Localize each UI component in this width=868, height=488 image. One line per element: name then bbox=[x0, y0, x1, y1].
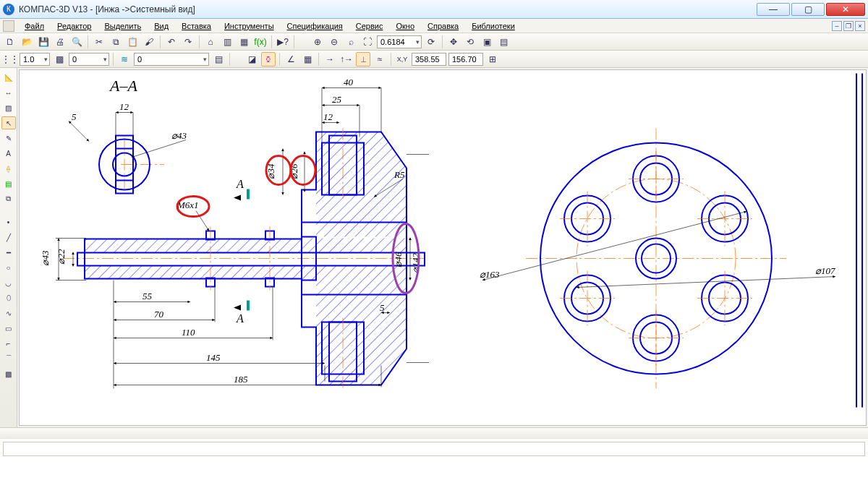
zoom-fit-button[interactable]: ⛶ bbox=[360, 35, 375, 49]
open-button[interactable]: 📂 bbox=[20, 35, 34, 49]
layer-state-icon[interactable]: ≋ bbox=[117, 52, 132, 67]
step2-combo[interactable]: 0 bbox=[69, 53, 109, 66]
mdi-minimize-button[interactable]: – bbox=[832, 21, 842, 31]
angle-snap-button[interactable]: ∠ bbox=[284, 52, 298, 67]
tool-edit-icon[interactable]: ✎ bbox=[1, 132, 16, 145]
layers-icon[interactable]: ▩ bbox=[52, 52, 67, 67]
sketch-icon[interactable]: ▥ bbox=[220, 35, 234, 49]
zoom-out-button[interactable]: ⊖ bbox=[327, 35, 341, 49]
doc-icon[interactable] bbox=[3, 20, 14, 32]
canvas-area[interactable]: А–А 12 bbox=[17, 68, 868, 427]
close-button[interactable]: ✕ bbox=[826, 3, 865, 16]
svg-rect-21 bbox=[77, 253, 425, 266]
svg-text:⌀43: ⌀43 bbox=[171, 130, 187, 141]
menu-libs[interactable]: Библиотеки bbox=[466, 21, 521, 31]
print-button[interactable]: 🖨 bbox=[53, 35, 67, 49]
layer-manager-button[interactable]: ▤ bbox=[211, 52, 226, 67]
coord-label: X,Y bbox=[395, 52, 409, 67]
views-button[interactable]: ▣ bbox=[480, 35, 494, 49]
undo-button[interactable]: ↶ bbox=[164, 35, 179, 49]
separator bbox=[442, 35, 443, 48]
refresh-button[interactable]: ⟳ bbox=[424, 35, 438, 49]
tool-measure-icon[interactable]: ⧉ bbox=[1, 192, 16, 205]
tool-hatch2-icon[interactable]: ▩ bbox=[1, 367, 16, 380]
tool-chamfer-icon[interactable]: ⌐ bbox=[1, 337, 16, 350]
tool-dimensions-icon[interactable]: ↔︎ bbox=[1, 86, 16, 99]
coord-x-input[interactable]: 358.55 bbox=[412, 53, 446, 66]
minimize-button[interactable]: — bbox=[757, 3, 790, 16]
svg-text:⌀43: ⌀43 bbox=[40, 250, 51, 266]
redo-button[interactable]: ↷ bbox=[181, 35, 195, 49]
layer-combo[interactable]: 0 bbox=[134, 53, 209, 66]
canvas-scrollbar[interactable] bbox=[0, 427, 868, 439]
tool-aux-icon[interactable]: ╱ bbox=[1, 231, 16, 244]
copy-button[interactable]: ⧉ bbox=[109, 35, 123, 49]
help-context-button[interactable]: ▶? bbox=[276, 35, 290, 49]
grid-toggle-button[interactable]: ▦ bbox=[300, 52, 315, 67]
format-painter-button[interactable]: 🖌 bbox=[142, 35, 156, 49]
new-button[interactable]: 🗋 bbox=[3, 35, 17, 49]
tool-params-icon[interactable]: ▤ bbox=[1, 177, 16, 190]
snap-magnet-button[interactable]: ⧲ bbox=[261, 52, 276, 67]
perpendicular-icon[interactable]: ⟂ bbox=[356, 52, 370, 67]
tool-rect-icon[interactable]: ▭ bbox=[1, 322, 16, 335]
menu-view[interactable]: Вид bbox=[148, 21, 174, 31]
mdi-restore-button[interactable]: ❐ bbox=[843, 21, 854, 31]
separator bbox=[199, 35, 200, 48]
menu-help[interactable]: Справка bbox=[422, 21, 464, 31]
preview-button[interactable]: 🔍 bbox=[69, 35, 84, 49]
save-button[interactable]: 💾 bbox=[36, 35, 51, 49]
tool-point-icon[interactable]: • bbox=[1, 215, 16, 228]
drawing-canvas[interactable]: А–А 12 bbox=[19, 69, 867, 426]
menu-edit[interactable]: Редактор bbox=[51, 21, 97, 31]
tool-symbols-icon[interactable]: ⟠ bbox=[1, 162, 16, 175]
svg-line-15 bbox=[69, 121, 89, 142]
variables-button[interactable]: f(x) bbox=[253, 35, 268, 49]
menu-window[interactable]: Окно bbox=[390, 21, 420, 31]
menu-tools[interactable]: Инструменты bbox=[218, 21, 280, 31]
tool-fillet-icon[interactable]: ⌒ bbox=[1, 352, 16, 365]
grid-step-icon[interactable]: ⋮⋮ bbox=[3, 52, 17, 67]
highlight-button[interactable]: ◪ bbox=[244, 52, 259, 67]
tool-geometry-icon[interactable]: 📐 bbox=[1, 71, 16, 84]
spec-button[interactable]: ▦ bbox=[237, 35, 251, 49]
separator bbox=[160, 35, 161, 48]
ortho-right-icon[interactable]: → bbox=[323, 52, 337, 67]
zoom-combo[interactable]: 0.6184 bbox=[377, 35, 422, 48]
rounding-icon[interactable]: ≈ bbox=[373, 52, 387, 67]
paste-button[interactable]: 📋 bbox=[125, 35, 140, 49]
app-icon: К bbox=[3, 4, 14, 15]
tool-arc-icon[interactable]: ◡ bbox=[1, 276, 16, 289]
tool-text-icon[interactable]: A bbox=[1, 147, 16, 160]
mdi-close-button[interactable]: × bbox=[855, 21, 865, 31]
flange-face-view: ⌀163 ⌀107 bbox=[480, 129, 835, 389]
menu-select[interactable]: Выделить bbox=[98, 21, 147, 31]
tool-ellipse-icon[interactable]: ⬯ bbox=[1, 291, 16, 304]
ortho-up-icon[interactable]: ↑→ bbox=[339, 52, 354, 67]
rotate-view-button[interactable]: ⟲ bbox=[463, 35, 477, 49]
svg-line-17 bbox=[132, 140, 186, 158]
separator bbox=[318, 53, 319, 66]
menu-service[interactable]: Сервис bbox=[350, 21, 389, 31]
properties-button[interactable]: ⌂ bbox=[203, 35, 218, 49]
menu-insert[interactable]: Вставка bbox=[176, 21, 217, 31]
move-view-button[interactable]: ✥ bbox=[446, 35, 461, 49]
tool-hatch-icon[interactable]: ▨ bbox=[1, 101, 16, 114]
coord-y-input[interactable]: 156.70 bbox=[448, 53, 483, 66]
tool-circle-icon[interactable]: ○ bbox=[1, 261, 16, 274]
zoom-window-button[interactable]: ⌕ bbox=[344, 35, 358, 49]
menu-spec[interactable]: Спецификация bbox=[281, 21, 349, 31]
maximize-button[interactable]: ▢ bbox=[791, 3, 825, 16]
tool-line-icon[interactable]: ━ bbox=[1, 246, 16, 259]
tool-select-arrow-icon[interactable]: ↖︎ bbox=[1, 116, 16, 129]
step1-combo[interactable]: 1.0 bbox=[20, 53, 50, 66]
views2-button[interactable]: ▤ bbox=[496, 35, 511, 49]
separator bbox=[294, 35, 294, 48]
menu-file[interactable]: Файл bbox=[19, 21, 50, 31]
tool-spline-icon[interactable]: ∿ bbox=[1, 307, 16, 320]
coord-button[interactable]: ⊞ bbox=[485, 52, 500, 67]
zoom-in-button[interactable]: ⊕ bbox=[310, 35, 325, 49]
detail-view: 12 5 ⌀43 bbox=[69, 101, 187, 194]
cut-button[interactable]: ✂ bbox=[92, 35, 106, 49]
params-toolbar: ⋮⋮ 1.0 ▩ 0 ≋ 0 ▤ ◪ ⧲ ∠ ▦ → ↑→ ⟂ ≈ X,Y 35… bbox=[0, 51, 868, 68]
